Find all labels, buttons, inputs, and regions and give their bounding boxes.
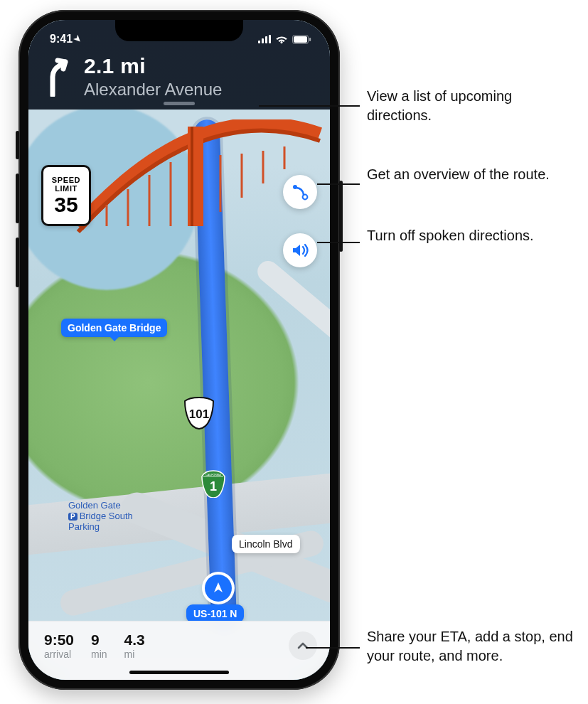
volume-up-button bbox=[16, 174, 19, 223]
callout-line bbox=[259, 105, 360, 107]
arrival-value: 9:50 bbox=[44, 631, 74, 649]
trip-info-bar[interactable]: 9:50 arrival 9 min 4.3 mi bbox=[28, 621, 330, 680]
svg-text:1: 1 bbox=[210, 479, 217, 494]
callout-directions-list: View a list of upcoming directions. bbox=[367, 87, 580, 125]
current-location bbox=[205, 575, 232, 602]
callout-audio: Turn off spoken directions. bbox=[367, 226, 534, 245]
poi-line: Bridge South bbox=[80, 511, 133, 521]
arrival-stat: 9:50 arrival bbox=[44, 631, 74, 660]
speed-value: 35 bbox=[54, 194, 77, 215]
volume-down-button bbox=[16, 238, 19, 287]
callout-line bbox=[317, 242, 360, 243]
status-right bbox=[258, 35, 311, 44]
svg-text:CALIFORNIA: CALIFORNIA bbox=[205, 474, 221, 476]
chevron-up-icon bbox=[296, 639, 309, 652]
bridge-label: Golden Gate Bridge bbox=[61, 319, 167, 337]
poi-line: Parking bbox=[68, 521, 100, 532]
next-turn-street: Alexander Avenue bbox=[84, 80, 316, 100]
minutes-label: min bbox=[91, 649, 107, 660]
parking-icon: P bbox=[68, 513, 77, 521]
svg-text:101: 101 bbox=[189, 407, 209, 421]
home-indicator bbox=[129, 671, 229, 674]
audio-button[interactable] bbox=[283, 233, 317, 267]
route-icon bbox=[291, 183, 309, 201]
next-turn-distance: 2.1 mi bbox=[84, 54, 316, 78]
arrival-label: arrival bbox=[44, 649, 74, 660]
minutes-stat: 9 min bbox=[91, 631, 107, 660]
us-route-shield: 101 bbox=[183, 397, 215, 430]
speed-label: LIMIT bbox=[55, 184, 77, 193]
status-time: 9:41 ➤ bbox=[50, 33, 81, 46]
power-button bbox=[339, 181, 343, 252]
callout-expand: Share your ETA, add a stop, end your rou… bbox=[367, 627, 580, 666]
miles-stat: 4.3 mi bbox=[124, 631, 145, 660]
road bbox=[253, 257, 330, 373]
bridge-label-text: Golden Gate Bridge bbox=[68, 322, 161, 334]
side-button bbox=[16, 131, 19, 159]
speed-limit-sign: SPEED LIMIT 35 bbox=[41, 165, 91, 226]
poi-parking: Golden Gate PBridge South Parking bbox=[68, 501, 133, 533]
battery-icon bbox=[292, 35, 311, 44]
route-line bbox=[193, 119, 237, 632]
wifi-icon bbox=[275, 35, 288, 44]
svg-rect-2 bbox=[309, 38, 311, 41]
street-label: Lincoln Blvd bbox=[232, 535, 300, 553]
cellular-icon bbox=[258, 35, 271, 43]
state-route-shield: CALIFORNIA1 bbox=[201, 469, 226, 498]
status-time-text: 9:41 bbox=[50, 33, 73, 46]
map-view[interactable]: Golden Gate Bridge Lincoln Blvd US-101 N… bbox=[28, 20, 330, 680]
callout-line bbox=[306, 647, 360, 649]
lincoln-text: Lincoln Blvd bbox=[239, 538, 293, 550]
minutes-value: 9 bbox=[91, 631, 107, 649]
expand-trip-button[interactable] bbox=[289, 631, 317, 660]
speaker-icon bbox=[290, 240, 310, 260]
svg-rect-1 bbox=[294, 36, 307, 43]
banner-grabber[interactable] bbox=[164, 102, 195, 105]
turn-arrow-icon bbox=[43, 54, 74, 100]
miles-label: mi bbox=[124, 649, 145, 660]
notch bbox=[115, 20, 243, 41]
phone-frame: 9:41 ➤ 2.1 m bbox=[18, 10, 340, 690]
callout-line bbox=[317, 183, 360, 185]
poi-line: Golden Gate bbox=[68, 500, 121, 511]
screen: 9:41 ➤ 2.1 m bbox=[28, 20, 330, 680]
route-overview-button[interactable] bbox=[283, 175, 317, 209]
miles-value: 4.3 bbox=[124, 631, 145, 649]
speed-label: SPEED bbox=[52, 176, 80, 184]
us101-text: US-101 N bbox=[193, 608, 237, 619]
location-icon: ➤ bbox=[72, 33, 84, 46]
callout-route-overview: Get an overview of the route. bbox=[367, 165, 550, 184]
